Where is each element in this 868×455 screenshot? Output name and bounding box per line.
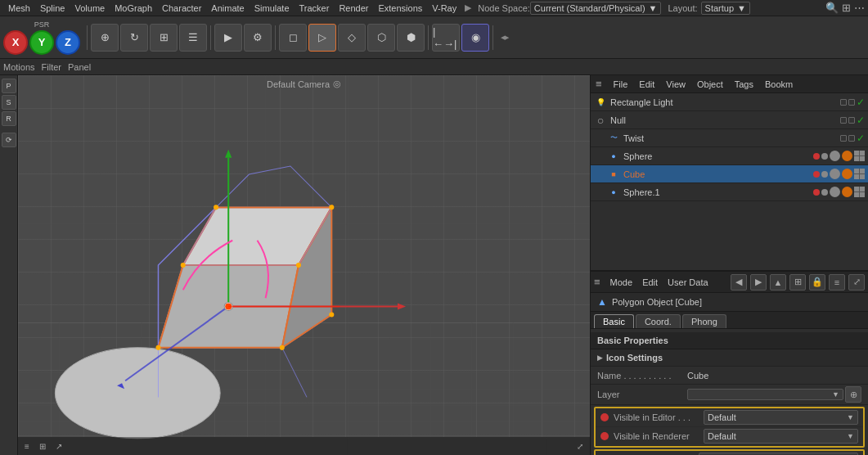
filter-icon[interactable]: ⊞ — [842, 2, 851, 14]
left-tool-3[interactable]: R — [2, 111, 16, 126]
polygon-mode-btn[interactable]: ▷ — [308, 24, 336, 52]
menu-mesh[interactable]: Mesh — [3, 3, 35, 13]
left-tool-1[interactable]: P — [2, 79, 16, 93]
tab-coord[interactable]: Coord. — [636, 314, 681, 328]
left-toolbar: P S R ⟳ — [0, 75, 18, 455]
menu-bar: Mesh Spline Volume MoGraph Character Ani… — [0, 0, 868, 16]
sphere-controls — [813, 151, 865, 161]
rectangle-light-name: Rectangle Light — [610, 97, 840, 107]
obj-row-rectangle-light[interactable]: 💡 Rectangle Light ✓ — [591, 93, 868, 111]
render-settings-btn[interactable]: ⚙ — [244, 24, 272, 52]
menu-render[interactable]: Render — [334, 3, 373, 13]
sphere-name: Sphere — [623, 151, 813, 161]
menu-animate[interactable]: Animate — [206, 3, 249, 13]
svg-point-59 — [181, 263, 186, 268]
more-icon[interactable]: ⋯ — [854, 2, 865, 14]
model-mode-btn[interactable]: ⬢ — [397, 24, 425, 52]
viewport-filter-btn[interactable]: ⊞ — [36, 442, 49, 451]
visible-editor-arrow: ▼ — [847, 413, 854, 421]
menu-simulate[interactable]: Simulate — [250, 3, 295, 13]
menu-spline[interactable]: Spline — [35, 3, 70, 13]
sculpt-btn[interactable]: ◉ — [461, 24, 489, 52]
search-icon[interactable]: 🔍 — [825, 2, 839, 14]
axis-x-btn[interactable]: X — [3, 30, 28, 55]
attr-expand-btn[interactable]: ⤢ — [848, 274, 865, 291]
render-preview-btn[interactable]: ▶ — [214, 24, 242, 52]
svg-marker-53 — [398, 303, 406, 309]
menu-tracker[interactable]: Tracker — [295, 3, 335, 13]
visible-renderer-dropdown[interactable]: Default ▼ — [704, 429, 858, 444]
obj-row-cube[interactable]: ■ Cube — [591, 165, 868, 183]
menu-character[interactable]: Character — [157, 3, 206, 13]
icon-settings-title: Icon Settings — [606, 353, 663, 363]
move-tool-btn[interactable]: ⊕ — [91, 24, 119, 52]
attr-tabs: Basic Coord. Phong — [591, 312, 868, 329]
sphere-circle-orange — [842, 151, 852, 161]
collapse-btn[interactable]: ◀▶ — [501, 34, 509, 41]
attr-more-btn[interactable]: ≡ — [829, 274, 845, 291]
transform-btn[interactable]: ☰ — [179, 24, 207, 52]
attr-back-btn[interactable]: ◀ — [731, 274, 747, 291]
tab-basic[interactable]: Basic — [594, 314, 634, 328]
attr-content: Basic Properties ▶ Icon Settings Name . … — [591, 329, 868, 455]
obj-row-null[interactable]: ○ Null ✓ — [591, 111, 868, 129]
axis-y-btn[interactable]: Y — [29, 30, 54, 55]
attr-forward-btn[interactable]: ▶ — [750, 274, 767, 291]
obj-menu-object[interactable]: Object — [694, 79, 726, 89]
toolbar-sep-3 — [275, 25, 276, 50]
left-tool-4[interactable]: ⟳ — [2, 133, 16, 147]
rotate-tool-btn[interactable]: ↻ — [120, 24, 148, 52]
layer-dropdown[interactable]: ▼ — [687, 389, 843, 400]
obj-row-sphere[interactable]: ● Sphere — [591, 147, 868, 165]
null-icon: ○ — [594, 114, 607, 127]
tab-phong[interactable]: Phong — [682, 314, 726, 328]
menu-extensions[interactable]: Extensions — [373, 3, 427, 13]
icon-settings-arrow: ▶ — [597, 354, 603, 362]
obj-row-twist[interactable]: 〜 Twist ✓ — [591, 129, 868, 147]
viewport-expand-btn[interactable]: ⤢ — [573, 442, 587, 451]
attr-menu-icon[interactable]: ≡ — [594, 276, 600, 288]
svg-point-61 — [280, 345, 285, 350]
menu-mograph[interactable]: MoGraph — [110, 3, 157, 13]
edge-mode-btn[interactable]: ◇ — [338, 24, 366, 52]
panel-label[interactable]: Panel — [68, 62, 91, 72]
sphere-circle-white — [830, 151, 840, 161]
axis-z-btn[interactable]: Z — [56, 30, 80, 55]
cube-name: Cube — [623, 169, 813, 179]
attr-filter-btn[interactable]: ⊞ — [789, 274, 806, 291]
attributes-panel: ≡ Mode Edit User Data ◀ ▶ ▲ ⊞ 🔒 ≡ ⤢ ▲ Po… — [591, 272, 868, 455]
visible-editor-dropdown[interactable]: Default ▼ — [704, 410, 858, 425]
basic-props-header: Basic Properties — [591, 332, 868, 349]
obj-menu-tags[interactable]: Tags — [731, 79, 757, 89]
node-space-dropdown[interactable]: Current (Standard/Physical) ▼ — [530, 2, 662, 15]
obj-row-sphere1[interactable]: ● Sphere.1 — [591, 183, 868, 201]
viewport-nav-btn[interactable]: ↗ — [52, 442, 65, 451]
sphere1-controls — [813, 187, 865, 197]
attr-up-btn[interactable]: ▲ — [770, 274, 786, 291]
attr-menu-userdata[interactable]: User Data — [664, 277, 712, 287]
twist-ctrl-1 — [840, 135, 847, 142]
obj-menu-edit[interactable]: Edit — [636, 79, 658, 89]
object-mode-btn[interactable]: ◻ — [279, 24, 307, 52]
obj-menu-view[interactable]: View — [663, 79, 689, 89]
menu-volume[interactable]: Volume — [70, 3, 110, 13]
obj-manager-menu-icon[interactable]: ≡ — [596, 78, 602, 90]
attr-lock-btn[interactable]: 🔒 — [809, 274, 825, 291]
icon-settings-header[interactable]: ▶ Icon Settings — [591, 349, 868, 366]
layout-dropdown[interactable]: Startup ▼ — [701, 2, 750, 15]
point-mode-btn[interactable]: ⬡ — [367, 24, 395, 52]
attr-object-name: Polygon Object [Cube] — [612, 297, 702, 307]
rectangle-light-icon: 💡 — [594, 96, 607, 109]
svg-marker-55 — [225, 150, 232, 158]
menu-vray[interactable]: V-Ray — [427, 3, 461, 13]
attr-menu-mode[interactable]: Mode — [607, 277, 636, 287]
attr-menu-edit[interactable]: Edit — [639, 277, 661, 287]
obj-menu-bookm[interactable]: Bookm — [762, 79, 796, 89]
left-tool-2[interactable]: S — [2, 95, 16, 110]
scale-tool-btn[interactable]: ⊞ — [150, 24, 178, 52]
filter-label[interactable]: Filter — [42, 62, 61, 72]
obj-menu-file[interactable]: File — [610, 79, 632, 89]
layer-icon-btn[interactable]: ⊕ — [845, 386, 861, 403]
snap-btn[interactable]: |←→| — [432, 24, 460, 52]
viewport-menu-btn[interactable]: ≡ — [21, 442, 33, 451]
